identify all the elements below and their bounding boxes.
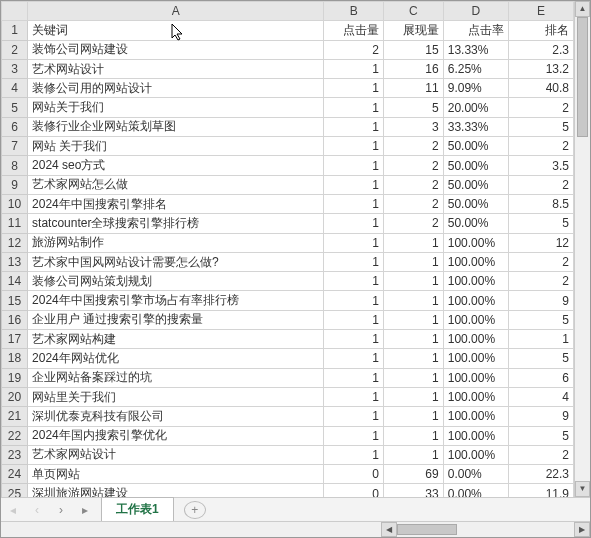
cell-B[interactable]: 1: [324, 252, 384, 271]
cell-B[interactable]: 1: [324, 98, 384, 117]
cell-B[interactable]: 1: [324, 194, 384, 213]
cell-E[interactable]: 5: [508, 214, 573, 233]
row-header[interactable]: 20: [2, 387, 28, 406]
cell-A[interactable]: 艺术网站设计: [28, 59, 324, 78]
cell-B[interactable]: 1: [324, 156, 384, 175]
cell-D[interactable]: 100.00%: [443, 330, 508, 349]
cell-E[interactable]: 2: [508, 98, 573, 117]
cell-C[interactable]: 1: [384, 310, 444, 329]
cell-A[interactable]: 2024 seo方式: [28, 156, 324, 175]
cell-B[interactable]: 1: [324, 233, 384, 252]
cell-D[interactable]: 9.09%: [443, 79, 508, 98]
cell-C[interactable]: 1: [384, 368, 444, 387]
row-header[interactable]: 5: [2, 98, 28, 117]
col-header-A[interactable]: A: [28, 2, 324, 21]
cell-C[interactable]: 5: [384, 98, 444, 117]
cell-A[interactable]: 深圳优泰克科技有限公司: [28, 407, 324, 426]
row-header[interactable]: 1: [2, 21, 28, 40]
cell-E[interactable]: 6: [508, 368, 573, 387]
cell-B[interactable]: 1: [324, 79, 384, 98]
select-all-corner[interactable]: [2, 2, 28, 21]
cell-C[interactable]: 1: [384, 407, 444, 426]
tab-nav-first[interactable]: ◂: [1, 503, 25, 517]
cell-A[interactable]: statcounter全球搜索引擎排行榜: [28, 214, 324, 233]
cell-C[interactable]: 1: [384, 426, 444, 445]
row-header[interactable]: 13: [2, 252, 28, 271]
cell-D[interactable]: 100.00%: [443, 310, 508, 329]
cell-B[interactable]: 1: [324, 291, 384, 310]
col-header-D[interactable]: D: [443, 2, 508, 21]
scroll-left-button[interactable]: ◀: [381, 522, 397, 537]
row-header[interactable]: 3: [2, 59, 28, 78]
cell-E[interactable]: 2: [508, 175, 573, 194]
scroll-right-button[interactable]: ▶: [574, 522, 590, 537]
cell-E[interactable]: 5: [508, 349, 573, 368]
cell-B[interactable]: 1: [324, 349, 384, 368]
cell-E[interactable]: 13.2: [508, 59, 573, 78]
cell-B[interactable]: 0: [324, 484, 384, 497]
cell-E[interactable]: 4: [508, 387, 573, 406]
cell-E[interactable]: 2.3: [508, 40, 573, 59]
cell-B[interactable]: 1: [324, 214, 384, 233]
cell-A[interactable]: 2024年网站优化: [28, 349, 324, 368]
cell-C[interactable]: 展现量: [384, 21, 444, 40]
add-sheet-button[interactable]: +: [184, 501, 206, 519]
cell-D[interactable]: 100.00%: [443, 349, 508, 368]
cell-E[interactable]: 9: [508, 291, 573, 310]
cell-E[interactable]: 11.9: [508, 484, 573, 497]
cell-D[interactable]: 6.25%: [443, 59, 508, 78]
cell-A[interactable]: 旅游网站制作: [28, 233, 324, 252]
cell-E[interactable]: 排名: [508, 21, 573, 40]
cell-D[interactable]: 100.00%: [443, 407, 508, 426]
row-header[interactable]: 11: [2, 214, 28, 233]
cell-A[interactable]: 2024年国内搜索引擎优化: [28, 426, 324, 445]
cell-E[interactable]: 5: [508, 310, 573, 329]
cell-E[interactable]: 5: [508, 117, 573, 136]
cell-A[interactable]: 2024年中国搜索引擎市场占有率排行榜: [28, 291, 324, 310]
cell-A[interactable]: 艺术家网站怎么做: [28, 175, 324, 194]
cell-A[interactable]: 艺术家中国风网站设计需要怎么做?: [28, 252, 324, 271]
hscroll-track[interactable]: [397, 522, 574, 537]
row-header[interactable]: 21: [2, 407, 28, 426]
cell-D[interactable]: 50.00%: [443, 175, 508, 194]
cell-D[interactable]: 50.00%: [443, 137, 508, 156]
row-header[interactable]: 17: [2, 330, 28, 349]
hscroll-thumb[interactable]: [397, 524, 457, 535]
cell-E[interactable]: 5: [508, 426, 573, 445]
cell-B[interactable]: 1: [324, 310, 384, 329]
cell-A[interactable]: 装修公司网站策划规划: [28, 272, 324, 291]
row-header[interactable]: 24: [2, 465, 28, 484]
cell-B[interactable]: 1: [324, 272, 384, 291]
col-header-E[interactable]: E: [508, 2, 573, 21]
cell-A[interactable]: 企业网站备案踩过的坑: [28, 368, 324, 387]
cell-B[interactable]: 1: [324, 368, 384, 387]
cell-C[interactable]: 11: [384, 79, 444, 98]
tab-nav-prev[interactable]: ‹: [25, 503, 49, 517]
scroll-down-button[interactable]: ▼: [575, 481, 590, 497]
cell-C[interactable]: 1: [384, 272, 444, 291]
cell-A[interactable]: 网站关于我们: [28, 98, 324, 117]
cell-C[interactable]: 1: [384, 445, 444, 464]
cell-E[interactable]: 3.5: [508, 156, 573, 175]
cell-B[interactable]: 1: [324, 445, 384, 464]
cell-D[interactable]: 20.00%: [443, 98, 508, 117]
cell-D[interactable]: 13.33%: [443, 40, 508, 59]
col-header-B[interactable]: B: [324, 2, 384, 21]
cell-C[interactable]: 1: [384, 387, 444, 406]
cell-C[interactable]: 2: [384, 175, 444, 194]
vertical-scrollbar[interactable]: ▲ ▼: [574, 1, 590, 497]
row-header[interactable]: 2: [2, 40, 28, 59]
cell-C[interactable]: 1: [384, 349, 444, 368]
cell-A[interactable]: 网站 关于我们: [28, 137, 324, 156]
cell-C[interactable]: 15: [384, 40, 444, 59]
cell-E[interactable]: 2: [508, 445, 573, 464]
scroll-up-button[interactable]: ▲: [575, 1, 590, 17]
cell-D[interactable]: 50.00%: [443, 156, 508, 175]
cell-A[interactable]: 艺术家网站设计: [28, 445, 324, 464]
cell-D[interactable]: 100.00%: [443, 445, 508, 464]
cell-D[interactable]: 0.00%: [443, 484, 508, 497]
row-header[interactable]: 7: [2, 137, 28, 156]
col-header-C[interactable]: C: [384, 2, 444, 21]
cell-E[interactable]: 9: [508, 407, 573, 426]
row-header[interactable]: 18: [2, 349, 28, 368]
